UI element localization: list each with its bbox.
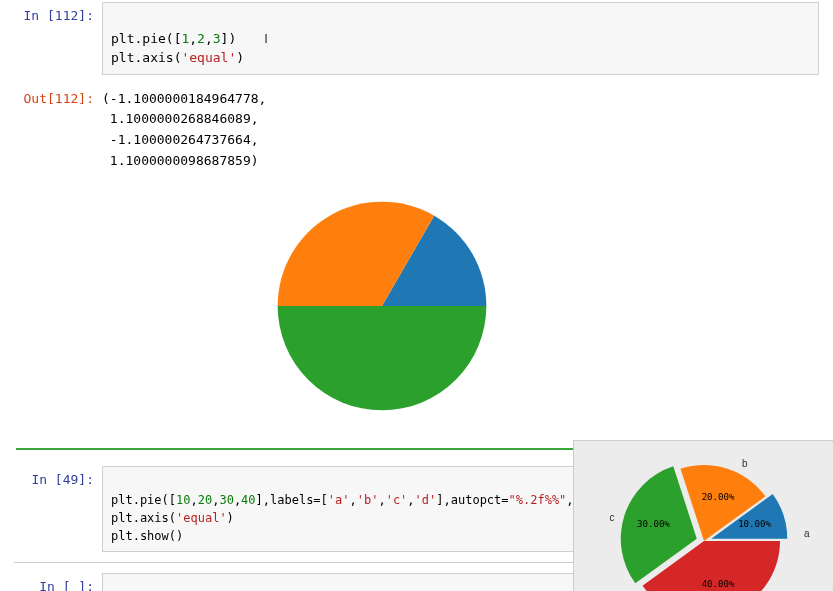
pie-pct-3: 40.00% [701, 579, 734, 589]
output-prompt-112: Out[112]: [14, 85, 102, 109]
code-cell-112: In [112]: plt.pie([1,2,3])I plt.axis('eq… [14, 2, 819, 75]
pie-label-c: c [610, 512, 615, 523]
inline-figure-panel: 10.00%20.00%30.00%40.00% a b c d [573, 440, 833, 591]
input-prompt-49: In [49]: [14, 466, 102, 490]
input-prompt-empty: In [ ]: [14, 573, 102, 591]
divider-light [14, 562, 574, 563]
pie-slice-2 [278, 306, 487, 410]
output-cell-112: Out[112]: (-1.1000000184964778, 1.100000… [14, 81, 819, 176]
code-input-empty[interactable] [102, 573, 602, 591]
pie-chart-mini: 10.00%20.00%30.00%40.00% [584, 446, 824, 591]
pie-label-b: b [742, 458, 748, 469]
input-prompt-112: In [112]: [14, 2, 102, 26]
pie-label-a: a [804, 528, 810, 539]
pie-pct-2: 30.00% [636, 519, 669, 529]
text-cursor-icon: I [236, 31, 268, 46]
pie-pct-0: 10.00% [738, 519, 771, 529]
pie-chart-main [262, 186, 502, 426]
output-text-112: (-1.1000000184964778, 1.1000000268846089… [102, 85, 819, 172]
divider-green [16, 448, 591, 450]
code-input-112[interactable]: plt.pie([1,2,3])I plt.axis('equal') [102, 2, 819, 75]
pie-pct-1: 20.00% [701, 492, 734, 502]
pie-output-112 [14, 176, 833, 440]
